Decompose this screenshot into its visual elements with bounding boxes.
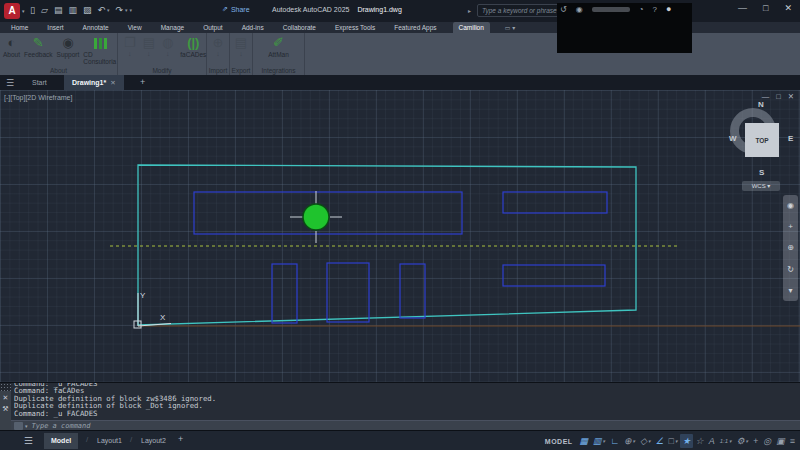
avatar[interactable]: ● [666, 4, 671, 14]
user-icon[interactable]: ◉ [576, 5, 583, 14]
compass-east-label[interactable]: E [788, 134, 793, 143]
model-space-label[interactable]: MODEL [545, 438, 573, 445]
compass-north-label[interactable]: N [758, 100, 764, 109]
new-layout-button[interactable]: + [178, 434, 183, 444]
viewport-controls-label[interactable]: [-][Top][2D Wireframe] [4, 94, 72, 101]
modify-button-2[interactable]: ▤ ↓ [143, 35, 155, 58]
command-drag-grip[interactable] [0, 383, 11, 391]
annotation-visibility-icon: ★ [682, 434, 690, 448]
tab-layout2[interactable]: Layout2 [134, 433, 173, 449]
import-button[interactable]: ⊕ ↓ [213, 35, 224, 57]
close-button[interactable]: ✕ [784, 3, 792, 13]
tab-layout1[interactable]: Layout1 [90, 433, 129, 449]
navbar-more-icon[interactable]: ▾ [788, 286, 792, 295]
logo-dropdown-icon[interactable]: ▾ [22, 8, 25, 14]
undo-icon[interactable]: ↶ [97, 5, 105, 15]
status-autoscale-button[interactable]: ☆ [694, 434, 706, 448]
attman-button[interactable]: ✐ AttMan [268, 35, 289, 58]
tab-annotate[interactable]: Annotate [80, 22, 112, 33]
import-icon: ⊕ [213, 35, 224, 50]
plot-icon[interactable]: ▨ [83, 5, 92, 15]
share-button[interactable]: ⇗ Share [222, 5, 250, 13]
status-annotation-button[interactable]: A [707, 434, 717, 448]
steering-wheel-icon[interactable]: ◉ [787, 201, 794, 210]
tab-add-ins[interactable]: Add-ins [239, 22, 267, 33]
ribbon-toggle-icon[interactable]: ▭ ▾ [505, 24, 515, 31]
viewcube[interactable]: TOP N S W E WCS ▾ [724, 102, 800, 190]
tab-output[interactable]: Output [200, 22, 226, 33]
help-icon[interactable]: ? [653, 5, 657, 14]
tab-collaborate[interactable]: Collaborate [280, 22, 319, 33]
modify-box-icon: ❐ [124, 35, 136, 50]
new-drawing-button[interactable]: + [140, 77, 145, 87]
tab-home[interactable]: Home [8, 22, 31, 33]
search-collapse-icon[interactable]: ▸ [468, 7, 471, 14]
command-history[interactable]: Command: _u FACADES Command: faCADes Dup… [14, 383, 794, 420]
status-annotation-visibility-button[interactable]: ★ [680, 434, 692, 448]
tab-featured-apps[interactable]: Featured Apps [391, 22, 439, 33]
status-clean-screen-button[interactable]: ▣ [774, 434, 787, 448]
tab-express-tools[interactable]: Express Tools [332, 22, 378, 33]
facades-button[interactable]: (|) faCADes [180, 35, 206, 58]
orbit-icon[interactable]: ↻ [787, 265, 794, 274]
undo-dropdown-icon[interactable]: ▾ [107, 7, 110, 13]
status-isolate-button[interactable]: ◎ [761, 434, 773, 448]
modify-button-1[interactable]: ❐ ↓ [124, 35, 136, 58]
redo-dropdown-icon[interactable]: ▾ [125, 7, 128, 13]
status-snap-button[interactable]: ▥▾ [591, 434, 607, 448]
about-button[interactable]: ◐ About [3, 35, 20, 65]
tab-camilion[interactable]: Camilion [453, 22, 490, 33]
minimize-button[interactable]: — [738, 3, 747, 13]
file-tab-menu-icon[interactable]: ☰ [6, 78, 14, 88]
command-close-icon[interactable]: ✕ [3, 394, 9, 402]
export-button[interactable]: ▤ ↓ [235, 35, 247, 57]
recent-commands-icon[interactable]: ▾ [25, 423, 28, 429]
status-annotation-scale-button[interactable]: 1:1▾ [718, 434, 734, 448]
modify-button-3[interactable]: ◍ ↓ [162, 35, 173, 58]
status-isodraft-button[interactable]: ◇▾ [638, 434, 652, 448]
status-customization-button[interactable]: ≡ [788, 434, 797, 448]
status-ortho-button[interactable]: ∟ [608, 434, 621, 448]
model-space-canvas[interactable]: YX [-][Top][2D Wireframe] — □ ✕ TOP N S … [0, 90, 800, 382]
file-tab-start[interactable]: Start [24, 75, 55, 90]
sync-icon[interactable]: ↺ [560, 5, 567, 14]
save-as-icon[interactable]: ▥ [68, 5, 77, 15]
tab-manage[interactable]: Manage [158, 22, 188, 33]
zoom-icon[interactable]: ⊕ [787, 243, 794, 252]
wcs-dropdown[interactable]: WCS ▾ [742, 181, 780, 191]
status-grid-button[interactable]: ▦ [578, 434, 591, 448]
notification-bell-icon[interactable]: ◔ [639, 5, 644, 14]
tab-insert[interactable]: Insert [44, 22, 66, 33]
compass-west-label[interactable]: W [729, 134, 737, 143]
autocad-logo-icon[interactable]: A [4, 3, 20, 19]
status-annotation-monitor-button[interactable]: + [751, 434, 760, 448]
qat-customize-icon[interactable]: ▾ [130, 7, 133, 13]
open-file-icon[interactable]: ▱ [41, 5, 48, 15]
tab-model[interactable]: Model [44, 433, 78, 449]
status-osnap-button[interactable]: □▾ [667, 434, 680, 448]
file-tab-drawing1[interactable]: Drawing1*✕ [64, 75, 124, 90]
status-workspace-button[interactable]: ⚙▾ [735, 434, 751, 448]
viewport-restore-icon[interactable]: □ [776, 92, 781, 101]
share-label: Share [231, 6, 250, 13]
command-customize-icon[interactable]: ⚒ [2, 405, 8, 413]
panel-label-import: Import [207, 67, 229, 74]
search-input[interactable]: Type a keyword or phrase [477, 4, 563, 17]
support-button[interactable]: ◉ Support [57, 35, 80, 65]
panel-label-integrations: Integrations [253, 67, 304, 74]
redo-icon[interactable]: ↷ [115, 5, 123, 15]
restore-button[interactable]: □ [763, 3, 768, 13]
new-file-icon[interactable]: ▯ [30, 5, 35, 15]
tab-view[interactable]: View [125, 22, 145, 33]
status-polar-button[interactable]: ⊕▾ [622, 434, 637, 448]
viewport-close-icon[interactable]: ✕ [788, 92, 794, 101]
pan-icon[interactable]: + [788, 222, 793, 231]
layout-menu-icon[interactable]: ☰ [24, 435, 33, 446]
save-icon[interactable]: ▤ [54, 5, 63, 15]
cd-consultoria-button[interactable]: CD Consultoria [83, 35, 117, 65]
viewcube-top-face[interactable]: TOP [745, 123, 779, 157]
close-tab-icon[interactable]: ✕ [110, 79, 115, 86]
compass-south-label[interactable]: S [759, 168, 764, 177]
feedback-button[interactable]: ✎ Feedback [24, 35, 53, 65]
status-osnap-tracking-button[interactable]: ∠ [653, 434, 665, 448]
